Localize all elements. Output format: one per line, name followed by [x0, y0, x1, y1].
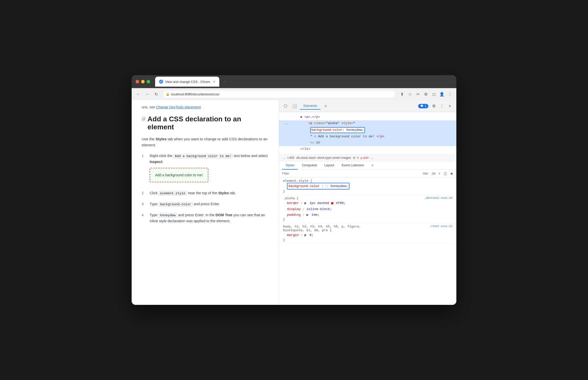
step-1-num: 1 [142, 153, 146, 185]
devtools-more-tabs[interactable]: » [321, 102, 330, 110]
step-3-content: Type background-color and press Enter. [150, 201, 269, 207]
badge-count: 1 [425, 104, 426, 108]
devtools-tabs: Elements » [300, 102, 416, 110]
bg-color-highlight: background-color : honeydew; [287, 183, 349, 190]
breadcrumb-li[interactable]: li [357, 156, 358, 160]
border-triangle[interactable] [304, 202, 306, 204]
bg-color-value: honeydew; [330, 184, 348, 188]
traffic-light-green[interactable] [147, 80, 150, 83]
dom-close-p: </p> [377, 135, 384, 138]
step-2-styles-bold: Styles [218, 191, 229, 195]
cls-button[interactable]: .cls [430, 171, 437, 176]
body-source[interactable]: _reset.scss:11 [429, 225, 452, 228]
change-devtools-link[interactable]: Change DevTools placement [156, 105, 201, 109]
styles-tab-more[interactable]: » [368, 161, 377, 170]
traffic-lights [136, 80, 150, 83]
css-rule-element-style: element.style { background-color : honey… [279, 178, 456, 195]
step-4: 4 Type honeydew and press Enter. In the … [142, 212, 269, 224]
page-content: one, see Change DevTools placement. # Ad… [132, 100, 279, 305]
dom-closing-quote: " [310, 135, 312, 138]
more-menu-icon[interactable]: ⋮ [446, 91, 453, 98]
dom-style-value: " [353, 121, 355, 125]
filter-input[interactable] [282, 172, 419, 175]
address-bar: ← → ↻ 🔒 localhost:8080/docs/devtools/css… [132, 88, 456, 100]
step-4-dom-bold: DOM Tree [216, 213, 233, 217]
aloha-close: } [283, 218, 452, 221]
dom-bg-highlight: background-color: honeydew; [310, 127, 365, 133]
cut-icon[interactable]: ✂ [414, 91, 421, 98]
breadcrumb-end[interactable]: ... [371, 156, 373, 160]
css-rule-body: _reset.scss:11 body, h1, h2, h3, h4, h5,… [279, 223, 456, 243]
dom-breadcrumb: ... t-400 div.stack.stack--block.type.ce… [279, 155, 456, 161]
padding-value: 1em; [311, 213, 319, 217]
styles-tab-layout[interactable]: Layout [321, 161, 337, 170]
url-text: localhost:8080/docs/devtools/css/ [171, 92, 220, 96]
elements-tab[interactable]: Elements [300, 102, 320, 110]
title-bar: G View and change CSS - Chrom × + [132, 75, 456, 88]
toggle-classes-button[interactable]: ◀ [449, 171, 453, 176]
browser-window: G View and change CSS - Chrom × + ← → ↻ … [132, 75, 456, 305]
step-3-num: 3 [142, 201, 146, 207]
forward-button[interactable]: → [144, 91, 151, 98]
body-close: } [283, 238, 452, 242]
devtools-badge[interactable]: 💬 1 [418, 104, 428, 108]
dom-p-text: Add a background color to me! [318, 135, 374, 138]
css-rule-aloha: _devtools.scss:19 .aloha { border : 1px … [279, 195, 456, 223]
margin-triangle[interactable] [304, 234, 306, 236]
body-selector: body, h1, h2, h3, h4, h5, h6, p, figure, [283, 225, 452, 228]
tabs-bar: G View and change CSS - Chrom × + [155, 77, 452, 87]
step-3: 3 Type background-color and press Enter. [142, 201, 269, 207]
devtools-more-icon[interactable]: ⋮ [438, 103, 445, 110]
bookmark-icon[interactable]: ☆ [406, 91, 413, 98]
dom-bg-value: honeydew; [346, 128, 364, 132]
toolbar-icons: ⬆ ☆ ✂ ⚙ ◻ 👤 ⋮ [398, 91, 453, 98]
padding-triangle[interactable] [306, 214, 308, 216]
breadcrumb-div[interactable]: div.stack.stack--block.type.center-image… [296, 156, 351, 160]
cursor-icon[interactable]: ⬡ [282, 103, 289, 110]
url-bar[interactable]: 🔒 localhost:8080/docs/devtools/css/ [163, 90, 395, 98]
tab-title: View and change CSS - Chrom [165, 80, 210, 84]
breadcrumb-p-aloha[interactable]: p.aloh [361, 156, 369, 160]
border-color-value: #f00; [336, 201, 346, 205]
step-2-num: 2 [142, 190, 146, 196]
breadcrumb-dots[interactable]: ... [283, 156, 286, 160]
profile-icon[interactable]: 👤 [438, 91, 445, 98]
new-tab-button[interactable]: + [221, 78, 228, 85]
step-2-code: element.style [158, 191, 187, 196]
tab-grid-icon[interactable]: ◻ [430, 91, 437, 98]
styles-tab-styles[interactable]: Styles [282, 161, 298, 170]
traffic-light-red[interactable] [136, 80, 139, 83]
demo-box[interactable]: Add a background color to me! [150, 168, 208, 182]
dom-class-value: "aloha" [326, 121, 340, 125]
device-icon[interactable]: ⬜ [291, 103, 298, 110]
browser-tab[interactable]: G View and change CSS - Chrom × [155, 77, 219, 87]
breadcrumb-ol[interactable]: ol [353, 156, 355, 160]
traffic-light-yellow[interactable] [141, 80, 145, 83]
dom-line-aloha[interactable]: ... <p class="aloha" style=" [279, 120, 456, 127]
extensions-icon[interactable]: ⚙ [422, 91, 429, 98]
styles-tab-event-listeners[interactable]: Event Listeners [338, 161, 367, 170]
devtools-settings-icon[interactable]: ⚙ [430, 103, 437, 110]
bg-color-prop-line[interactable]: background-color : honeydew; [283, 183, 452, 190]
tab-close-button[interactable]: × [213, 80, 215, 84]
refresh-button[interactable]: ↻ [153, 91, 160, 98]
devtools-panel: ⬡ ⬜ Elements » 💬 1 ⚙ ⋮ × [279, 100, 456, 305]
breadcrumb-t400[interactable]: t-400 [288, 156, 294, 160]
hash-sign: # [142, 115, 146, 123]
styles-tab-computed[interactable]: Computed [298, 161, 320, 170]
devtools-close-icon[interactable]: × [446, 103, 453, 110]
bg-color-colon: : [322, 184, 326, 188]
padding-prop: padding [287, 213, 301, 217]
hov-button[interactable]: :hov [421, 171, 429, 176]
padding-prop-line: padding : 1em; [283, 212, 452, 218]
dom-line-bg: background-color: honeydew; [279, 127, 456, 134]
step-1-content: Right-click the Add a background color t… [150, 153, 269, 185]
step-1: 1 Right-click the Add a background color… [142, 153, 269, 185]
share-icon[interactable]: ⬆ [398, 91, 405, 98]
dom-equals: == $0 [310, 141, 320, 145]
dom-tree: ▶ <p>…</p> ... <p class="aloha" style=" … [279, 112, 456, 155]
add-style-button[interactable]: + [438, 171, 441, 176]
aloha-source[interactable]: _devtools.scss:19 [424, 196, 452, 199]
back-button[interactable]: ← [135, 91, 142, 98]
new-stylesheet-button[interactable]: 📋 [442, 171, 448, 176]
